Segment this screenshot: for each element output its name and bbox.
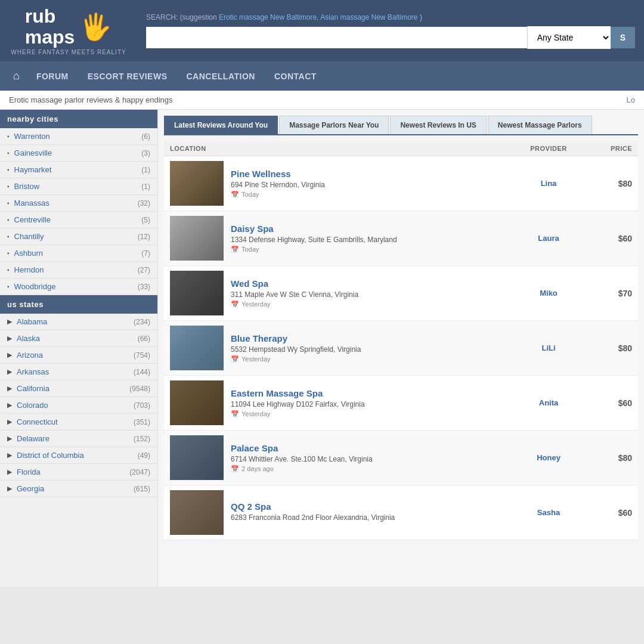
city-name[interactable]: Warrenton (14, 132, 140, 141)
state-name[interactable]: Connecticut (17, 417, 134, 426)
state-name[interactable]: Florida (17, 467, 129, 476)
cities-list: ▪ Warrenton (6) ▪ Gainesville (3) ▪ Haym… (0, 128, 157, 295)
state-count: (351) (134, 418, 150, 426)
city-count: (7) (141, 249, 150, 258)
sidebar-state-item[interactable]: ▶ Georgia (615) (0, 481, 157, 497)
state-name[interactable]: District of Columbia (17, 451, 138, 460)
city-name[interactable]: Woodbridge (14, 282, 135, 291)
search-row: Any State S (146, 26, 635, 49)
listing-provider[interactable]: Laura (513, 234, 584, 243)
search-input[interactable] (146, 27, 527, 48)
city-name[interactable]: Ashburn (14, 249, 140, 258)
state-count: (2047) (129, 468, 150, 476)
listing-name[interactable]: Eastern Massage Spa (231, 388, 323, 398)
city-icon: ▪ (7, 133, 10, 140)
sidebar-city-item[interactable]: ▪ Woodbridge (33) (0, 278, 157, 295)
state-count: (703) (134, 401, 150, 410)
sidebar-city-item[interactable]: ▪ Ashburn (7) (0, 245, 157, 262)
sidebar-state-item[interactable]: ▶ Connecticut (351) (0, 414, 157, 431)
content-area: Latest Reviews Around YouMassage Parlors… (158, 110, 644, 587)
listing-provider[interactable]: Lina (513, 179, 584, 188)
listing-info: Palace Spa 6714 Whittier Ave. Ste.100 Mc… (231, 443, 513, 473)
state-name[interactable]: Colorado (17, 401, 134, 410)
city-name[interactable]: Haymarket (14, 165, 140, 174)
listing-info: Blue Therapy 5532 Hempstead Wy Springfie… (231, 333, 513, 363)
state-name[interactable]: California (17, 384, 129, 393)
login-link[interactable]: Lo (627, 95, 635, 104)
listing-name[interactable]: QQ 2 Spa (231, 501, 271, 512)
city-count: (33) (138, 283, 150, 291)
sidebar-city-item[interactable]: ▪ Gainesville (3) (0, 145, 157, 162)
sidebar-state-item[interactable]: ▶ District of Columbia (49) (0, 447, 157, 464)
city-name[interactable]: Herndon (14, 265, 135, 274)
sidebar-city-item[interactable]: ▪ Herndon (27) (0, 262, 157, 278)
listing-name[interactable]: Wed Spa (231, 278, 268, 289)
tab-latest-reviews-around-you[interactable]: Latest Reviews Around You (164, 116, 278, 134)
state-name[interactable]: Arizona (17, 351, 134, 360)
listing-thumbnail (170, 216, 224, 261)
tab-massage-parlors-near-you[interactable]: Massage Parlors Near You (279, 116, 389, 134)
search-button[interactable]: S (611, 27, 635, 48)
nav-cancellation[interactable]: CANCELLATION (177, 63, 265, 89)
sidebar-city-item[interactable]: ▪ Centreville (5) (0, 212, 157, 228)
nav-forum[interactable]: FORUM (27, 63, 78, 89)
nav-contact[interactable]: CONTACT (265, 63, 326, 89)
listing-name[interactable]: Palace Spa (231, 443, 278, 453)
listing-provider[interactable]: Miko (513, 289, 584, 298)
state-name[interactable]: Arkansas (17, 367, 134, 376)
main-layout: nearby cities ▪ Warrenton (6) ▪ Gainesvi… (0, 110, 644, 587)
nav-home-icon[interactable]: ⌂ (6, 61, 27, 91)
nav-bar: ⌂ FORUM ESCORT REVIEWS CANCELLATION CONT… (0, 61, 644, 91)
sidebar-state-item[interactable]: ▶ Alaska (66) (0, 330, 157, 347)
city-name[interactable]: Centreville (14, 215, 140, 224)
sidebar-state-item[interactable]: ▶ Delaware (152) (0, 431, 157, 447)
city-count: (6) (141, 132, 150, 141)
listing-name[interactable]: Pine Wellness (231, 169, 291, 179)
city-count: (1) (141, 182, 150, 191)
tagline-bar: Erotic massage parlor reviews & happy en… (0, 91, 644, 110)
state-name[interactable]: Alabama (17, 317, 134, 326)
listing-provider[interactable]: Sasha (513, 508, 584, 517)
listing-thumbnail (170, 435, 224, 480)
city-count: (12) (138, 233, 150, 241)
states-list: ▶ Alabama (234) ▶ Alaska (66) ▶ Arizona … (0, 314, 157, 497)
state-name[interactable]: Delaware (17, 434, 134, 443)
search-suggestion-link[interactable]: Erotic massage New Baltimore, Asian mass… (219, 13, 417, 21)
listing-row: Blue Therapy 5532 Hempstead Wy Springfie… (164, 321, 638, 376)
city-name[interactable]: Bristow (14, 182, 140, 191)
state-name[interactable]: Georgia (17, 484, 134, 493)
state-arrow-icon: ▶ (7, 385, 12, 392)
sidebar-city-item[interactable]: ▪ Haymarket (1) (0, 162, 157, 178)
sidebar-state-item[interactable]: ▶ California (9548) (0, 380, 157, 397)
city-icon: ▪ (7, 283, 10, 290)
listing-name[interactable]: Blue Therapy (231, 333, 287, 343)
tab-newest-massage-parlors[interactable]: Newest Massage Parlors (488, 116, 592, 134)
listing-address: 5532 Hempstead Wy Springfield, Virginia (231, 345, 513, 354)
state-arrow-icon: ▶ (7, 418, 12, 426)
listing-address: 11094 Lee Highway D102 Fairfax, Virginia (231, 400, 513, 408)
listing-provider[interactable]: LiLi (513, 343, 584, 352)
sidebar-state-item[interactable]: ▶ Colorado (703) (0, 397, 157, 414)
sidebar-state-item[interactable]: ▶ Alabama (234) (0, 314, 157, 330)
sidebar-state-item[interactable]: ▶ Arizona (754) (0, 347, 157, 364)
sidebar-city-item[interactable]: ▪ Bristow (1) (0, 178, 157, 195)
tabs: Latest Reviews Around YouMassage Parlors… (164, 116, 638, 135)
sidebar-city-item[interactable]: ▪ Warrenton (6) (0, 128, 157, 145)
city-name[interactable]: Manassas (14, 199, 135, 208)
city-name[interactable]: Gainesville (14, 148, 140, 157)
sidebar-city-item[interactable]: ▪ Chantilly (12) (0, 228, 157, 245)
state-name[interactable]: Alaska (17, 334, 138, 343)
sidebar-state-item[interactable]: ▶ Florida (2047) (0, 464, 157, 481)
state-count: (9548) (129, 385, 150, 393)
listing-provider[interactable]: Honey (513, 453, 584, 462)
listing-provider[interactable]: Anita (513, 398, 584, 407)
city-icon: ▪ (7, 233, 10, 240)
city-icon: ▪ (7, 183, 10, 190)
listing-name[interactable]: Daisy Spa (231, 224, 274, 234)
city-name[interactable]: Chantilly (14, 232, 135, 241)
sidebar-state-item[interactable]: ▶ Arkansas (144) (0, 364, 157, 380)
tab-newest-reviews-in-us[interactable]: Newest Reviews In US (390, 116, 486, 134)
state-select[interactable]: Any State (527, 26, 611, 49)
nav-escort-reviews[interactable]: ESCORT REVIEWS (78, 63, 177, 89)
sidebar-city-item[interactable]: ▪ Manassas (32) (0, 195, 157, 212)
